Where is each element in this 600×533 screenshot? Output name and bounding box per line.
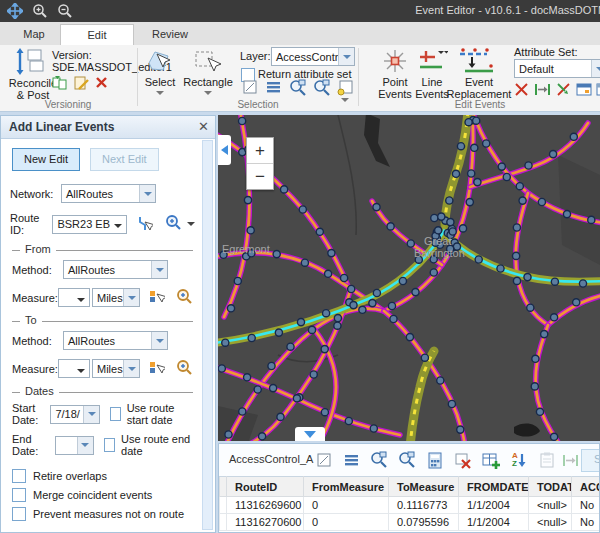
col-todate[interactable]: TODATE (529, 477, 572, 497)
grid-add-record-icon[interactable] (481, 450, 501, 470)
col-access[interactable]: ACCESS (572, 477, 600, 497)
prevent-measures-checkbox[interactable] (12, 507, 26, 521)
grid-sort-icon[interactable]: A Z (509, 450, 529, 470)
tab-review[interactable]: Review (134, 24, 206, 45)
to-measure-pick-icon[interactable] (149, 360, 165, 378)
col-tomeasure[interactable]: ToMeasure (389, 477, 459, 497)
from-measure-pick-icon[interactable] (149, 289, 165, 307)
rectangle-tool-button[interactable]: Rectangle (182, 76, 234, 88)
dates-legend: Dates (20, 385, 59, 397)
zoom-in-icon[interactable] (31, 2, 49, 20)
attribute-window-icon[interactable] (576, 82, 593, 99)
network-combo[interactable]: AllRoutes (61, 184, 156, 203)
select-tool-icon[interactable] (146, 48, 174, 76)
to-measure-combo[interactable] (58, 359, 90, 378)
pan-to-selected-icon[interactable] (313, 79, 331, 99)
table-row[interactable]: 11316270600 0 0.0795596 1/1/2004 <null> … (220, 514, 600, 531)
route-id-combo[interactable]: BSR23 EB (52, 215, 127, 234)
map-zoom-in-button[interactable]: + (247, 138, 273, 163)
post-version-icon[interactable] (52, 76, 68, 92)
delete-version-icon[interactable] (95, 76, 108, 91)
network-label: Network: (10, 188, 61, 200)
start-date-combo[interactable]: 7/18/ (50, 405, 100, 424)
line-events-icon[interactable] (418, 49, 448, 75)
reconcile-post-icon[interactable] (15, 48, 49, 77)
grid-attribute-window-icon (537, 450, 557, 470)
grid-toolbar: AccessControl_A (219, 444, 599, 477)
from-measure-zoom-icon[interactable] (176, 288, 193, 307)
select-tool-button[interactable]: Select (138, 76, 182, 88)
select-route-on-map-icon[interactable] (136, 215, 153, 234)
tab-edit[interactable]: Edit (60, 24, 134, 47)
chevron-down-icon (304, 431, 316, 438)
layer-combo[interactable]: AccessControl_A (271, 47, 355, 66)
events-window-icon[interactable] (596, 82, 600, 99)
merge-coincident-label: Merge coincident events (33, 489, 152, 501)
chevron-left-icon (221, 145, 228, 155)
rectangle-tool-icon[interactable] (193, 48, 221, 76)
from-method-label: Method: (12, 264, 63, 276)
dates-group: Dates Start Date: 7/18/ Use route start … (12, 392, 193, 457)
from-measure-combo[interactable] (58, 288, 90, 307)
use-route-end-date-checkbox[interactable] (104, 438, 115, 452)
table-row[interactable]: 11316269600 0 0.1116773 1/1/2004 <null> … (220, 497, 600, 514)
event-replacement-icon[interactable] (455, 48, 497, 76)
split-event-icon[interactable] (514, 82, 529, 99)
zoom-to-selected-icon[interactable] (289, 79, 307, 99)
to-method-combo[interactable]: AllRoutes (63, 331, 168, 350)
layer-combo-button[interactable] (338, 48, 354, 65)
select-events-icon[interactable] (242, 79, 259, 98)
close-icon[interactable]: ✕ (198, 119, 209, 134)
grid-calculate-icon[interactable] (425, 450, 445, 470)
save-button: Save (581, 449, 600, 472)
grid-pan-selected-icon[interactable] (397, 450, 417, 470)
expand-table-tab[interactable] (295, 427, 325, 441)
use-route-start-date-checkbox[interactable] (110, 407, 120, 421)
tab-map[interactable]: Map (8, 24, 60, 45)
merge-events-icon[interactable] (556, 82, 572, 99)
panel-scrollbar[interactable] (202, 140, 213, 530)
retire-overlaps-checkbox[interactable] (12, 469, 26, 483)
use-route-start-date-label: Use route start date (127, 402, 193, 426)
collapse-panel-tab[interactable] (218, 135, 231, 165)
pan-icon[interactable] (6, 2, 24, 20)
new-edit-button[interactable]: New Edit (12, 148, 80, 171)
attribute-set-combo-button[interactable] (591, 60, 600, 77)
map-zoom-out-button[interactable]: − (247, 163, 273, 189)
app-window: Event Editor - v10.6.1 - docMassDOTN Map… (0, 0, 600, 533)
event-replacement-button[interactable]: Event Replacement (446, 76, 512, 100)
zoom-out-icon[interactable] (56, 2, 74, 20)
grid-zoom-selected-icon[interactable] (369, 450, 389, 470)
attribute-set-combo[interactable]: Default (514, 59, 600, 78)
point-events-button[interactable]: Point Events (374, 76, 416, 100)
merge-coincident-checkbox[interactable] (12, 488, 26, 502)
to-unit-combo[interactable]: Miles (92, 359, 140, 378)
col-frommeasure[interactable]: FromMeasure (304, 477, 389, 497)
from-unit-combo[interactable]: Miles (92, 288, 140, 307)
grid-clear-selection-icon[interactable] (453, 450, 473, 470)
show-selection-list-icon[interactable] (265, 79, 282, 98)
grid-list-icon[interactable] (341, 450, 361, 470)
to-measure-zoom-icon[interactable] (176, 359, 193, 378)
route-zoom-icon[interactable] (165, 214, 183, 234)
attribute-set-value: Default (515, 63, 591, 75)
end-date-combo[interactable] (55, 436, 94, 455)
map-label-great: Great (424, 235, 452, 247)
map-view[interactable]: Egremont Great Barrington + − (218, 115, 600, 441)
next-edit-button: Next Edit (90, 148, 159, 171)
from-method-combo[interactable]: AllRoutes (63, 260, 168, 279)
col-fromdate[interactable]: FROMDATE (459, 477, 529, 497)
edit-version-icon[interactable] (74, 76, 89, 92)
map-zoom-control: + − (246, 137, 274, 190)
select-dropdown-caret[interactable] (156, 91, 164, 95)
col-routeid[interactable]: RouteID (227, 477, 304, 497)
map-canvas[interactable]: Egremont Great Barrington (218, 115, 600, 441)
rectangle-dropdown-caret[interactable] (204, 91, 212, 95)
move-measure-icon[interactable] (534, 82, 551, 99)
route-zoom-caret[interactable] (187, 222, 195, 226)
grid-select-icon[interactable] (314, 450, 334, 470)
to-method-label: Method: (12, 335, 63, 347)
point-events-icon[interactable] (382, 49, 408, 75)
selection-options-icon[interactable] (337, 79, 354, 98)
selection-options-caret[interactable] (341, 98, 349, 102)
